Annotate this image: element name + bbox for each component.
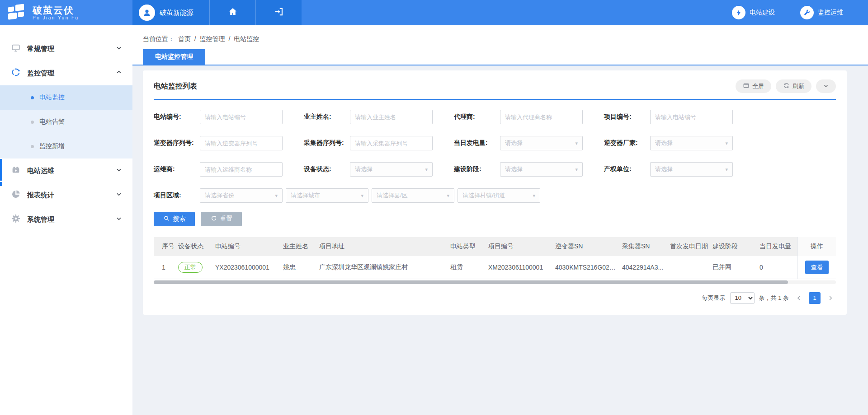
lightning-icon	[732, 6, 745, 19]
page-header: 当前位置： 首页 / 监控管理 / 电站监控 电站监控管理	[132, 25, 868, 65]
city-select[interactable]: 请选择城市 ▾	[286, 188, 368, 203]
sidebar-item-station-ops[interactable]: 电站运维	[0, 159, 132, 183]
page-number-button[interactable]: 1	[809, 292, 821, 304]
sidebar-scrollbar[interactable]	[0, 182, 2, 186]
cell-owner: 姚忠	[278, 256, 315, 279]
nav-monitor-ops[interactable]: 监控运维	[800, 6, 843, 19]
topbar-nav: 电站建设 监控运维	[302, 0, 868, 25]
scrollbar-thumb[interactable]	[154, 280, 788, 284]
col-daily-power: 当日发电量	[755, 237, 797, 256]
county-select[interactable]: 请选择县/区 ▾	[372, 188, 454, 203]
province-select[interactable]: 请选择省份 ▾	[200, 188, 283, 203]
panel-title: 电站监控列表	[154, 82, 197, 91]
sidebar-item-station-alarm[interactable]: 电站告警	[0, 110, 132, 134]
col-device-status: 设备状态	[174, 237, 211, 256]
home-button[interactable]	[209, 0, 255, 25]
total-count-label: 条，共 1 条	[759, 294, 789, 302]
cell-build-stage: 已并网	[708, 256, 755, 279]
wrench-icon	[800, 6, 814, 19]
sidebar-item-general[interactable]: 常规管理	[0, 37, 132, 61]
daily-power-select[interactable]: 请选择 ▾	[500, 136, 583, 150]
inverter-brand-select[interactable]: 请选择 ▾	[650, 136, 733, 150]
col-collector-sn: 采集器SN	[618, 237, 665, 256]
filter-label: 代理商:	[454, 113, 500, 121]
cell-station-type: 租赁	[446, 256, 484, 279]
col-address: 项目地址	[315, 237, 446, 256]
sidebar-item-station-monitor[interactable]: 电站监控	[0, 85, 132, 110]
avatar[interactable]	[139, 5, 155, 21]
cell-first-power-date	[665, 256, 708, 279]
cell-project-no: XM2023061100001	[484, 256, 551, 279]
agent-input[interactable]	[500, 110, 583, 124]
company-name: 破茧新能源	[160, 9, 193, 17]
caret-down-icon: ▾	[533, 193, 535, 199]
next-page-button[interactable]	[825, 293, 836, 303]
col-station-no: 电站编号	[211, 237, 278, 256]
search-button[interactable]: 搜索	[154, 212, 195, 226]
filter-label: 设备状态:	[304, 165, 350, 173]
battery-icon	[11, 165, 21, 177]
horizontal-scrollbar[interactable]	[154, 280, 836, 284]
owner-name-input[interactable]	[350, 110, 433, 124]
breadcrumb: 当前位置： 首页 / 监控管理 / 电站监控	[132, 25, 868, 43]
monitor-icon	[11, 43, 21, 55]
gear-icon	[11, 214, 21, 225]
col-build-stage: 建设阶段	[708, 237, 755, 256]
breadcrumb-prefix: 当前位置：	[143, 35, 175, 42]
maintainer-input[interactable]	[200, 162, 283, 177]
town-select[interactable]: 请选择村镇/街道 ▾	[458, 188, 540, 203]
bullet-icon	[31, 121, 34, 124]
fullscreen-button[interactable]: 全屏	[736, 79, 771, 93]
station-table: 序号 设备状态 电站编号 业主姓名 项目地址 电站类型 项目编号 逆变器SN 采…	[154, 237, 836, 279]
sidebar-item-monitoring[interactable]: 监控管理	[0, 61, 132, 85]
collector-sn-input[interactable]	[350, 136, 433, 150]
caret-down-icon: ▾	[725, 167, 728, 173]
prev-page-button[interactable]	[793, 293, 804, 303]
per-page-label: 每页显示	[702, 294, 726, 302]
cell-index: 1	[154, 256, 174, 279]
inverter-sn-input[interactable]	[200, 136, 283, 150]
breadcrumb-home[interactable]: 首页	[178, 35, 191, 42]
filter-label: 建设阶段:	[454, 165, 500, 173]
project-no-input[interactable]	[650, 110, 733, 124]
per-page-select[interactable]: 10	[730, 292, 755, 304]
col-owner: 业主姓名	[278, 237, 315, 256]
filter-label: 逆变器厂家:	[604, 139, 650, 147]
nav-station-build[interactable]: 电站建设	[732, 6, 775, 19]
device-status-select[interactable]: 请选择 ▾	[350, 162, 433, 177]
chevron-up-icon	[115, 69, 123, 78]
col-first-power-date: 首次发电日期	[665, 237, 708, 256]
monitoring-icon	[11, 67, 21, 79]
cell-actions: 查看	[797, 256, 836, 279]
view-button[interactable]: 查看	[805, 261, 829, 274]
filter-form: 电站编号: 业主姓名: 代理商: 项目编号:	[154, 110, 836, 226]
reset-button[interactable]: 重置	[201, 212, 242, 226]
fullscreen-icon	[743, 82, 750, 90]
caret-down-icon: ▾	[275, 193, 278, 199]
refresh-button[interactable]: 刷新	[776, 79, 811, 93]
col-actions: 操作	[797, 237, 836, 256]
breadcrumb-station-monitor[interactable]: 电站监控	[234, 35, 259, 42]
sidebar-scrollbar[interactable]	[0, 159, 2, 181]
status-badge: 正常	[178, 262, 203, 273]
tab-station-monitor-mgmt[interactable]: 电站监控管理	[143, 49, 205, 65]
property-unit-select[interactable]: 请选择 ▾	[650, 162, 733, 177]
build-stage-select[interactable]: 请选择 ▾	[500, 162, 583, 177]
search-icon	[163, 215, 170, 223]
logout-button[interactable]	[255, 0, 302, 25]
table-row: 1 正常 YX2023061000001 姚忠 广东深圳龙华区观澜镇姚家庄村 租…	[154, 256, 836, 279]
chevron-down-icon	[115, 166, 123, 175]
chevron-down-icon	[115, 191, 123, 200]
caret-down-icon: ▾	[425, 167, 428, 173]
filter-label: 项目区域:	[154, 191, 200, 200]
collapse-panel-button[interactable]	[816, 79, 836, 93]
sidebar-item-system[interactable]: 系统管理	[0, 207, 132, 232]
caret-down-icon: ▾	[725, 140, 728, 146]
brand-subtitle: Po Jian Yun Fu	[33, 15, 79, 20]
sidebar-item-reports[interactable]: 报表统计	[0, 183, 132, 207]
sidebar-item-monitor-add[interactable]: 监控新增	[0, 134, 132, 159]
user-menu[interactable]: 破茧新能源	[132, 0, 209, 25]
breadcrumb-monitoring[interactable]: 监控管理	[200, 35, 225, 42]
brand-logo-icon	[7, 3, 27, 22]
station-no-input[interactable]	[200, 110, 283, 124]
